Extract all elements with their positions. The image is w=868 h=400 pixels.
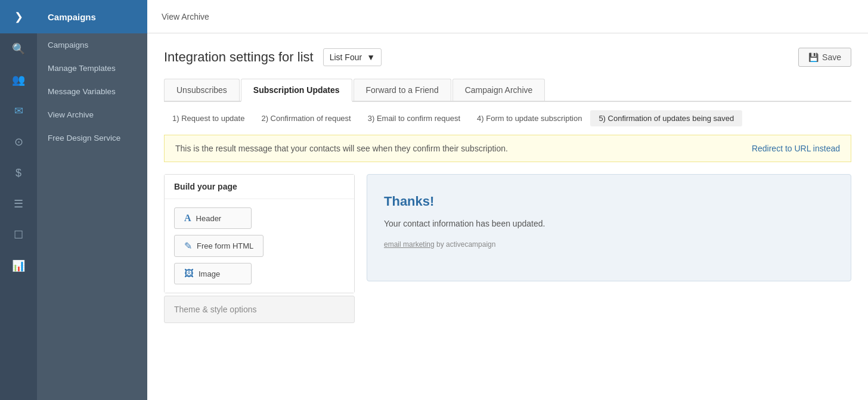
sidebar-collapse-button[interactable]: ❯ — [0, 0, 37, 33]
tab-subscription-updates[interactable]: Subscription Updates — [241, 79, 352, 102]
tab-unsubscribes[interactable]: Unsubscribes — [164, 79, 240, 101]
nav-item-view-archive[interactable]: View Archive — [37, 103, 147, 126]
save-button-label: Save — [822, 52, 841, 62]
step-5[interactable]: 5) Confirmation of updates being saved — [590, 110, 742, 126]
image-icon: 🖼 — [184, 268, 194, 279]
header-block-btn[interactable]: A Header — [174, 207, 252, 229]
header-block-label: Header — [196, 214, 222, 223]
theme-section[interactable]: Theme & style options — [164, 296, 355, 323]
freeform-html-label: Free form HTML — [197, 241, 253, 250]
icon-sidebar: ❯ 🔍 👥 ✉ ⊙ $ ☰ ☐ 📊 — [0, 0, 37, 400]
build-page-body: A Header ✎ Free form HTML 🖼 Image — [165, 199, 354, 293]
page-heading-row: Integration settings for list List Four … — [164, 48, 851, 67]
nav-item-manage-templates[interactable]: Manage Templates — [37, 57, 147, 80]
step-3[interactable]: 3) Email to confirm request — [359, 110, 469, 126]
list-dropdown-value: List Four — [330, 52, 362, 62]
header-icon: A — [184, 213, 191, 224]
preview-heading: Thanks! — [384, 194, 834, 209]
step-4[interactable]: 4) Form to update subscription — [469, 110, 590, 126]
image-block-btn[interactable]: 🖼 Image — [174, 263, 252, 284]
topbar: View Archive — [147, 0, 868, 33]
freeform-html-block-btn[interactable]: ✎ Free form HTML — [174, 235, 264, 257]
tabs-row: Unsubscribes Subscription Updates Forwar… — [164, 79, 851, 102]
preview-card: Thanks! Your contact information has bee… — [367, 174, 851, 281]
tab-campaign-archive[interactable]: Campaign Archive — [452, 79, 545, 101]
list-dropdown[interactable]: List Four ▼ — [323, 48, 382, 66]
freeform-icon: ✎ — [184, 240, 192, 252]
nav-item-campaigns[interactable]: Campaigns — [37, 33, 147, 57]
preview-footer-suffix: by activecampaign — [435, 240, 496, 249]
nav-item-free-design[interactable]: Free Design Service — [37, 126, 147, 150]
info-bar: This is the result message that your con… — [164, 135, 851, 162]
chevron-down-icon: ▼ — [367, 52, 375, 62]
step-1[interactable]: 1) Request to update — [164, 110, 253, 126]
builder-row: Build your page A Header ✎ Free form HTM… — [164, 174, 851, 323]
theme-section-header: Theme & style options — [165, 296, 354, 323]
save-button[interactable]: 💾 Save — [798, 48, 851, 67]
image-block-label: Image — [199, 269, 220, 278]
left-nav: Campaigns Campaigns Manage Templates Mes… — [37, 0, 147, 400]
forms-icon-nav[interactable]: ☐ — [0, 219, 37, 250]
page-heading-left: Integration settings for list List Four … — [164, 48, 382, 66]
content-area: Integration settings for list List Four … — [147, 33, 868, 400]
steps-row: 1) Request to update 2) Confirmation of … — [164, 110, 851, 126]
preview-body: Your contact information has been update… — [384, 219, 834, 228]
automation-icon-nav[interactable]: ⊙ — [0, 126, 37, 157]
reports-icon-nav[interactable]: 📊 — [0, 250, 37, 281]
main-content: View Archive Integration settings for li… — [147, 0, 868, 400]
lists-icon-nav[interactable]: ☰ — [0, 188, 37, 219]
build-page-section: Build your page A Header ✎ Free form HTM… — [164, 174, 355, 293]
preview-footer: email marketing by activecampaign — [384, 240, 834, 249]
save-icon: 💾 — [808, 52, 819, 62]
nav-header: Campaigns — [37, 0, 147, 33]
nav-item-message-variables[interactable]: Message Variables — [37, 80, 147, 103]
build-page-header: Build your page — [165, 175, 354, 199]
contacts-icon-nav[interactable]: 👥 — [0, 64, 37, 95]
deals-icon-nav[interactable]: $ — [0, 157, 37, 188]
step-2[interactable]: 2) Confirmation of request — [253, 110, 359, 126]
redirect-url-link[interactable]: Redirect to URL instead — [752, 144, 840, 153]
info-bar-message: This is the result message that your con… — [175, 144, 508, 153]
left-panel: Build your page A Header ✎ Free form HTM… — [164, 174, 355, 323]
tab-forward-to-friend[interactable]: Forward to a Friend — [354, 79, 451, 101]
search-icon-nav[interactable]: 🔍 — [0, 33, 37, 64]
topbar-title: View Archive — [162, 12, 209, 21]
arrow-icon: ❯ — [14, 10, 23, 23]
email-icon-nav[interactable]: ✉ — [0, 95, 37, 126]
page-heading-title: Integration settings for list — [164, 49, 314, 65]
email-marketing-link[interactable]: email marketing — [384, 240, 435, 249]
